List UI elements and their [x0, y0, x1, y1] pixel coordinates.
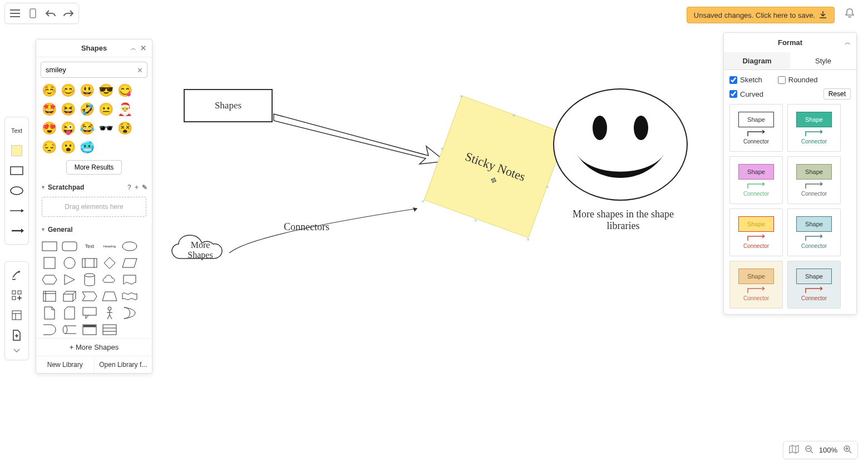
- svg-point-31: [634, 116, 648, 140]
- format-body: Sketch Rounded Curved Reset Shape Connec…: [724, 70, 856, 314]
- style-preset[interactable]: Shape Connector: [787, 208, 841, 256]
- rounded-checkbox[interactable]: [778, 76, 786, 84]
- smiley-shape[interactable]: [551, 86, 690, 208]
- resize-handle[interactable]: ×: [459, 93, 464, 98]
- smiley-caption: More shapes in the shape libraries: [568, 208, 679, 232]
- style-presets-grid: Shape Connector Shape Connector Shape Co…: [729, 104, 851, 309]
- format-header: Format ︿: [724, 33, 856, 52]
- sketch-checkbox-label[interactable]: Sketch: [729, 76, 762, 84]
- big-arrow-connector[interactable]: [273, 108, 451, 175]
- style-preset[interactable]: Shape Connector: [787, 156, 841, 204]
- style-preset[interactable]: Shape Connector: [729, 156, 783, 204]
- style-preset[interactable]: Shape Connector: [729, 104, 783, 152]
- resize-handle[interactable]: ×: [526, 236, 531, 241]
- style-preset[interactable]: Shape Connector: [787, 104, 841, 152]
- move-icon: ✥: [489, 175, 499, 186]
- style-preset[interactable]: Shape Connector: [729, 208, 783, 256]
- rounded-checkbox-label[interactable]: Rounded: [778, 76, 818, 84]
- outline-map-icon[interactable]: [789, 445, 799, 455]
- tab-style[interactable]: Style: [790, 52, 856, 69]
- zoom-bar: 100%: [783, 441, 858, 459]
- resize-handle[interactable]: ×: [512, 112, 517, 117]
- sketch-checkbox[interactable]: [729, 76, 737, 84]
- zoom-in-icon[interactable]: [843, 445, 852, 455]
- connectors-label: Connectors: [284, 221, 329, 233]
- svg-line-36: [849, 451, 851, 453]
- format-panel: Format ︿ Diagram Style Sketch Rounded Cu…: [723, 32, 857, 315]
- reset-button[interactable]: Reset: [823, 88, 851, 100]
- canvas-shapes-box[interactable]: Shapes: [184, 89, 273, 122]
- collapse-icon[interactable]: ︿: [845, 38, 851, 47]
- cloud-text: MoreShapes: [178, 240, 223, 260]
- svg-line-33: [811, 451, 813, 453]
- resize-handle[interactable]: ×: [545, 183, 550, 188]
- style-preset[interactable]: Shape Connector: [729, 261, 783, 309]
- resize-handle[interactable]: ×: [440, 145, 445, 150]
- zoom-level[interactable]: 100%: [819, 446, 837, 454]
- format-title: Format: [778, 38, 802, 47]
- svg-point-30: [593, 116, 607, 140]
- resize-handle[interactable]: ×: [421, 198, 426, 203]
- curved-checkbox[interactable]: [729, 90, 737, 98]
- tab-diagram[interactable]: Diagram: [724, 52, 790, 69]
- style-preset[interactable]: Shape Connector: [787, 261, 841, 309]
- curved-checkbox-label[interactable]: Curved: [729, 90, 763, 98]
- resize-handle[interactable]: ×: [474, 217, 479, 222]
- svg-point-29: [554, 89, 687, 200]
- zoom-out-icon[interactable]: [805, 445, 813, 455]
- format-tabs: Diagram Style: [724, 52, 856, 70]
